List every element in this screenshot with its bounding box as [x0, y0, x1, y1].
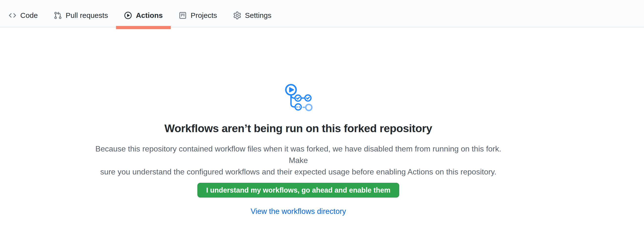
- code-icon: [8, 12, 16, 19]
- tab-code[interactable]: Code: [0, 0, 46, 27]
- tab-settings[interactable]: Settings: [225, 0, 280, 27]
- tab-projects[interactable]: Projects: [171, 0, 225, 27]
- play-circle-icon: [124, 12, 132, 19]
- tab-label: Code: [20, 11, 38, 20]
- project-board-icon: [179, 12, 187, 19]
- enable-workflows-button[interactable]: I understand my workflows, go ahead and …: [198, 183, 399, 197]
- view-workflows-directory-link[interactable]: View the workflows directory: [251, 207, 346, 215]
- tab-label: Settings: [245, 11, 272, 20]
- pull-request-icon: [54, 12, 62, 19]
- tab-actions[interactable]: Actions: [116, 0, 171, 27]
- workflow-graph-icon: [284, 83, 313, 111]
- tab-label: Actions: [136, 11, 163, 20]
- actions-blankslate: Workflows aren’t being run on this forke…: [0, 28, 596, 215]
- gear-icon: [233, 12, 241, 19]
- blankslate-heading: Workflows aren’t being run on this forke…: [164, 122, 432, 135]
- blankslate-description: Because this repository contained workfl…: [93, 143, 504, 178]
- description-line-1: Because this repository contained workfl…: [93, 143, 504, 166]
- tab-pull-requests[interactable]: Pull requests: [46, 0, 116, 27]
- tab-label: Pull requests: [66, 11, 108, 20]
- description-line-2: sure you understand the configured workf…: [93, 166, 504, 178]
- repo-tab-nav: Code Pull requests Actions Projects Set: [0, 0, 644, 28]
- tab-label: Projects: [190, 11, 217, 20]
